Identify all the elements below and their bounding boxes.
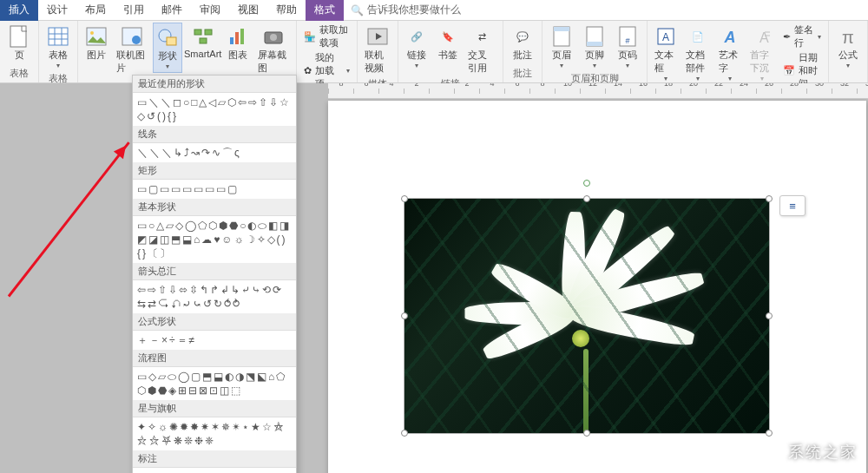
- tab-layout[interactable]: 布局: [76, 0, 115, 21]
- resize-handle-nw[interactable]: [401, 195, 408, 202]
- watermark-logo-icon: [753, 440, 783, 464]
- tab-help[interactable]: 帮助: [267, 0, 306, 21]
- screenshot-icon: [261, 24, 286, 49]
- shapes-grid-basic[interactable]: ▭○△▱◇◯⬠⬡⬢⬣○◐⬭◧◨◩◪◫⬒⬓⌂☁♥☺☼☽✧◇(){}〔〕: [133, 216, 296, 263]
- svg-point-7: [90, 31, 94, 35]
- table-button[interactable]: 表格▾: [43, 23, 74, 71]
- tab-insert[interactable]: 插入: [0, 0, 38, 21]
- page-number-button[interactable]: #页码▾: [612, 23, 643, 71]
- resize-handle-ne[interactable]: [766, 195, 773, 202]
- signature-button[interactable]: ✒签名行▾: [779, 23, 825, 50]
- header-icon: [549, 24, 574, 49]
- date-icon: 📅: [783, 65, 795, 76]
- signature-icon: ✒: [783, 31, 791, 43]
- svg-point-9: [132, 36, 141, 44]
- svg-rect-0: [10, 26, 26, 47]
- tab-review[interactable]: 审阅: [191, 0, 229, 21]
- selected-image[interactable]: ≡: [404, 199, 769, 433]
- svg-rect-11: [167, 37, 176, 45]
- page-icon: [7, 24, 31, 49]
- layout-icon: ≡: [789, 200, 796, 213]
- cross-reference-button[interactable]: ⇄交叉引用: [464, 23, 499, 76]
- svg-rect-22: [554, 27, 569, 31]
- link-icon: 🔗: [404, 24, 429, 49]
- shapes-grid-lines[interactable]: ＼＼＼↳⤴↝↷∿⌒ς: [133, 143, 296, 162]
- textbox-icon: A: [654, 24, 678, 49]
- get-addins-button[interactable]: 🏪获取加载项: [300, 23, 353, 50]
- shapes-category-callouts: 标注: [133, 450, 296, 468]
- tab-design[interactable]: 设计: [38, 0, 76, 21]
- group-header-footer: 页眉▾ 页脚▾ #页码▾ 页眉和页脚: [542, 21, 648, 82]
- shapes-grid-flowchart[interactable]: ▭◇▱⬭◯▢⬒⬓◐◑⬔⬕⌂⬠⬡⬢⬣◈⊞⊟⊠⊡◫⬚: [133, 367, 296, 400]
- pages-button[interactable]: 页: [3, 23, 35, 63]
- svg-text:A: A: [724, 29, 736, 46]
- group-tables: 表格▾ 表格: [39, 21, 78, 82]
- tell-me-search[interactable]: 🔍 告诉我你想要做什么: [351, 3, 461, 17]
- shapes-category-rect: 矩形: [133, 162, 296, 180]
- shapes-button[interactable]: 形状▾: [153, 23, 182, 73]
- shapes-dropdown-panel: 最近使用的形状 ▭＼＼◻○□△◁▱⬡⇦⇨⇧⇩☆◇↺(){} 线条 ＼＼＼↳⤴↝↷…: [132, 75, 297, 473]
- bookmark-button[interactable]: 🔖书签: [433, 23, 463, 63]
- shapes-category-stars: 星与旗帜: [133, 400, 296, 417]
- textbox-button[interactable]: A文本框▾: [651, 23, 681, 84]
- online-video-button[interactable]: 联机视频: [361, 23, 394, 76]
- resize-handle-sw[interactable]: [401, 430, 408, 437]
- header-button[interactable]: 页眉▾: [546, 23, 577, 71]
- equation-button[interactable]: π公式▾: [832, 23, 864, 71]
- ribbon-tabs: 插入 设计 布局 引用 邮件 审阅 视图 帮助 格式 🔍 告诉我你想要做什么: [0, 0, 868, 21]
- smartart-button[interactable]: SmartArt: [184, 23, 221, 61]
- shapes-category-equation: 公式形状: [133, 313, 296, 331]
- group-pages: 页 表格: [0, 21, 39, 82]
- group-addins: 🏪获取加载项 ✿我的加载项▾ 加载项: [297, 21, 358, 82]
- shapes-grid-recent[interactable]: ▭＼＼◻○□△◁▱⬡⇦⇨⇧⇩☆◇↺(){}: [133, 93, 296, 126]
- chart-button[interactable]: 图表: [223, 23, 253, 63]
- group-text: A文本框▾ 📄文档部件▾ A艺术字▾ A首字下沉▾ ✒签名行▾ 📅日期和时间 ◫…: [648, 21, 829, 82]
- footer-button[interactable]: 页脚▾: [579, 23, 610, 71]
- svg-text:A: A: [760, 30, 769, 45]
- wordart-button[interactable]: A艺术字▾: [715, 23, 745, 84]
- dropcap-icon: A: [750, 24, 774, 49]
- svg-rect-17: [240, 29, 244, 44]
- quickparts-button[interactable]: 📄文档部件▾: [682, 23, 713, 84]
- rotate-handle[interactable]: [583, 180, 590, 187]
- shapes-grid-rect[interactable]: ▭▢▭▭▭▭▭▭▢: [133, 180, 296, 199]
- online-pictures-button[interactable]: 联机图片: [113, 23, 151, 76]
- tab-references[interactable]: 引用: [115, 0, 153, 21]
- link-button[interactable]: 🔗链接▾: [402, 23, 431, 71]
- pagenum-icon: #: [615, 24, 640, 49]
- watermark-text: 系统之家: [788, 442, 858, 463]
- svg-rect-15: [230, 37, 233, 44]
- layout-options-button[interactable]: ≡: [779, 195, 806, 216]
- tab-mailings[interactable]: 邮件: [153, 0, 191, 21]
- svg-text:π: π: [842, 28, 854, 47]
- wordart-icon: A: [718, 24, 742, 49]
- group-comments: 💬批注 批注: [503, 21, 542, 82]
- resize-handle-se[interactable]: [766, 430, 773, 437]
- resize-handle-s[interactable]: [583, 430, 590, 437]
- shapes-grid-arrows[interactable]: ⇦⇨⇧⇩⬄⇳↰↱↲↳⤶⤷⟲⟳⇆⇄⮎⮏⤾⤿↺↻⥀⥁: [133, 280, 296, 313]
- crossref-icon: ⇄: [470, 24, 494, 49]
- shapes-grid-equation[interactable]: ＋－×÷＝≠: [133, 331, 296, 350]
- chart-icon: [226, 24, 250, 49]
- addins-icon: ✿: [304, 65, 312, 76]
- comment-button[interactable]: 💬批注: [507, 23, 538, 63]
- picture-icon: [84, 24, 108, 49]
- shapes-grid-callouts[interactable]: ▭▭▭▭: [133, 468, 296, 473]
- shapes-grid-stars[interactable]: ✦✧☼✺✹✸✷✶✵✴⋆★☆⛤⛥⛦⛧❋❊❉❈: [133, 417, 296, 450]
- svg-rect-1: [49, 28, 68, 45]
- svg-rect-24: [587, 42, 602, 46]
- tab-view[interactable]: 视图: [229, 0, 267, 21]
- tell-me-label: 告诉我你想要做什么: [367, 3, 461, 17]
- horizontal-ruler[interactable]: 8642246810121416182022242628303234363840…: [328, 83, 868, 99]
- tab-format[interactable]: 格式: [306, 0, 344, 21]
- footer-icon: [582, 24, 607, 49]
- resize-handle-n[interactable]: [583, 195, 590, 202]
- svg-text:A: A: [662, 31, 669, 43]
- svg-rect-16: [235, 32, 239, 44]
- group-symbols: π公式▾ 公式: [829, 21, 868, 82]
- resize-handle-e[interactable]: [766, 312, 773, 319]
- resize-handle-w[interactable]: [401, 312, 408, 319]
- bookmark-icon: 🔖: [436, 24, 460, 49]
- pictures-button[interactable]: 图片: [82, 23, 111, 63]
- ribbon: 页 表格 表格▾ 表格 图片 联机图片 形状▾: [0, 21, 868, 83]
